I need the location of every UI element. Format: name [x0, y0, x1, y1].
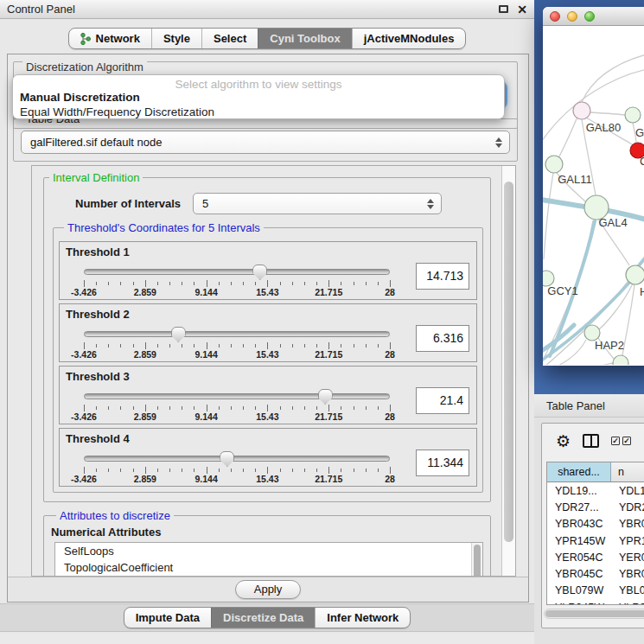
- table-cell: YLR3: [611, 602, 644, 605]
- tab-impute-data[interactable]: Impute Data: [124, 608, 211, 628]
- network-edge[interactable]: [599, 284, 633, 329]
- tab-jactivemnodules[interactable]: jActiveMNodules: [352, 29, 466, 48]
- slider-track[interactable]: [84, 331, 390, 337]
- horizontal-scrollbar[interactable]: [544, 609, 644, 619]
- network-canvas[interactable]: GAL80GACGAL11GAL4GCY1HHAP2: [543, 26, 644, 365]
- table-row[interactable]: YBR043CYBR0: [547, 516, 644, 532]
- tab-label: Infer Network: [327, 611, 399, 624]
- tab-cyni-toolbox[interactable]: Cyni Toolbox: [258, 29, 351, 48]
- threshold-label: Threshold 1: [66, 245, 130, 258]
- dropdown-option-equal-width[interactable]: Equal Width/Frequency Discretization: [13, 105, 504, 119]
- slider-track[interactable]: [84, 393, 390, 399]
- table-row[interactable]: YBL079WYBL0: [547, 583, 644, 599]
- threshold-value-field[interactable]: 6.316: [416, 325, 469, 352]
- apply-row: Apply: [8, 577, 528, 602]
- table-data-select[interactable]: galFiltered.sif default node: [21, 131, 510, 154]
- threshold-slider[interactable]: -3.4262.8599.14415.4321.71528: [84, 387, 390, 422]
- network-node-label: GAL11: [558, 173, 592, 186]
- slider-thumb[interactable]: [220, 451, 234, 467]
- cyni-toolbox-panel: Discretization Algorithm Select algorith…: [7, 54, 529, 603]
- apply-button[interactable]: Apply: [235, 580, 301, 599]
- column-header-shared-name[interactable]: shared...: [547, 462, 611, 481]
- control-panel-titlebar[interactable]: Control Panel ✕: [0, 0, 534, 19]
- columns-icon[interactable]: [583, 434, 599, 448]
- threshold-slider[interactable]: -3.4262.8599.14415.4321.71528: [84, 450, 390, 484]
- table-row[interactable]: YBR045CYBR0: [547, 565, 644, 582]
- table-header-row: shared... n: [547, 462, 644, 482]
- network-node[interactable]: [626, 265, 644, 284]
- tick-label: -3.426: [71, 411, 97, 422]
- network-node[interactable]: [545, 156, 563, 173]
- list-scrollbar[interactable]: [471, 543, 482, 576]
- dropdown-hint: Select algorithm to view settings: [13, 75, 504, 91]
- tick-label: -3.426: [71, 287, 97, 297]
- attribute-list-item[interactable]: TopologicalCoefficient: [55, 559, 482, 576]
- number-of-intervals-select[interactable]: 5: [193, 193, 442, 214]
- network-edge[interactable]: [558, 117, 577, 158]
- vertical-scrollbar[interactable]: [501, 166, 515, 576]
- tab-select[interactable]: Select: [201, 29, 258, 48]
- tick-label: -3.426: [71, 349, 97, 360]
- network-window-titlebar[interactable]: [543, 7, 644, 26]
- threshold-slider[interactable]: -3.4262.8599.14415.4321.71528: [84, 325, 390, 360]
- network-view-window[interactable]: GAL80GACGAL11GAL4GCY1HHAP2: [543, 7, 644, 366]
- table-row[interactable]: YPR145WYPR1: [547, 532, 644, 549]
- tick-label: 28: [385, 474, 395, 484]
- table-panel-titlebar[interactable]: Table Panel: [534, 394, 644, 418]
- window-minimize-button[interactable]: [567, 11, 577, 22]
- tick-label: 9.144: [194, 474, 217, 484]
- tick-label: 15.43: [256, 287, 278, 297]
- tick-label: 2.859: [134, 411, 156, 422]
- tab-discretize-data[interactable]: Discretize Data: [211, 608, 315, 628]
- column-header-name[interactable]: n: [611, 462, 644, 481]
- table-row[interactable]: YDR27...YDR2: [547, 499, 644, 515]
- tick-label: 28: [385, 411, 395, 422]
- threshold-panel-1: Threshold 1 -3.4262.8599.14415.4321.7152…: [59, 241, 477, 300]
- network-edge[interactable]: [582, 52, 644, 102]
- node-attribute-table[interactable]: shared... n YDL19...YDL1YDR27...YDR2YBR0…: [546, 462, 644, 605]
- network-edge[interactable]: [590, 112, 625, 115]
- network-edge[interactable]: [622, 284, 634, 355]
- network-edge[interactable]: [543, 67, 644, 147]
- table-panel-body: ⚙ ✓ ✓ shared... n YDL19...YDL1YDR27...YD…: [541, 423, 644, 628]
- slider-tick-labels: -3.4262.8599.14415.4321.71528: [84, 349, 390, 360]
- dropdown-option-manual[interactable]: Manual Discretization: [13, 91, 504, 105]
- attribute-list-item[interactable]: SelfLoops: [55, 543, 482, 559]
- table-row[interactable]: YDL19...YDL1: [547, 482, 644, 499]
- slider-ticks: [84, 280, 390, 287]
- tab-style[interactable]: Style: [151, 29, 201, 48]
- close-icon[interactable]: ✕: [517, 3, 527, 16]
- gear-icon[interactable]: ⚙: [556, 433, 571, 450]
- checkbox-icon[interactable]: ✓: [622, 437, 631, 445]
- tab-infer-network[interactable]: Infer Network: [315, 608, 410, 628]
- slider-track[interactable]: [84, 269, 390, 275]
- number-of-intervals-label: Number of Intervals: [75, 197, 181, 210]
- network-edge[interactable]: [543, 363, 613, 365]
- table-cell: YER054C: [547, 552, 611, 564]
- slider-thumb[interactable]: [318, 389, 333, 405]
- numerical-attributes-list[interactable]: SelfLoopsTopologicalCoefficientBetweenne…: [54, 542, 483, 576]
- tab-label: Style: [163, 32, 190, 45]
- network-edge[interactable]: [544, 173, 553, 259]
- threshold-slider[interactable]: -3.4262.8599.14415.4321.71528: [84, 263, 390, 297]
- network-node[interactable]: [613, 355, 628, 365]
- network-node[interactable]: [573, 102, 590, 119]
- checkbox-icon[interactable]: ✓: [611, 437, 620, 445]
- threshold-label: Threshold 2: [66, 308, 130, 321]
- table-row[interactable]: YER054CYER0: [547, 549, 644, 565]
- threshold-value-field[interactable]: 14.713: [416, 263, 469, 290]
- network-node[interactable]: [625, 107, 641, 123]
- threshold-value-field[interactable]: 11.344: [416, 450, 469, 476]
- table-toolbar: ⚙ ✓ ✓: [542, 424, 644, 458]
- tab-network[interactable]: Network: [69, 29, 151, 48]
- window-zoom-button[interactable]: [584, 11, 595, 22]
- tick-label: 2.859: [134, 287, 156, 297]
- threshold-value-field[interactable]: 21.4: [416, 387, 469, 414]
- slider-track[interactable]: [84, 456, 390, 462]
- network-node-label: GCY1: [547, 284, 577, 297]
- table-row[interactable]: YLR345WYLR3: [547, 599, 644, 605]
- window-close-button[interactable]: [550, 11, 560, 22]
- slider-thumb[interactable]: [252, 265, 267, 280]
- slider-thumb[interactable]: [171, 327, 186, 342]
- float-window-icon[interactable]: [499, 5, 508, 13]
